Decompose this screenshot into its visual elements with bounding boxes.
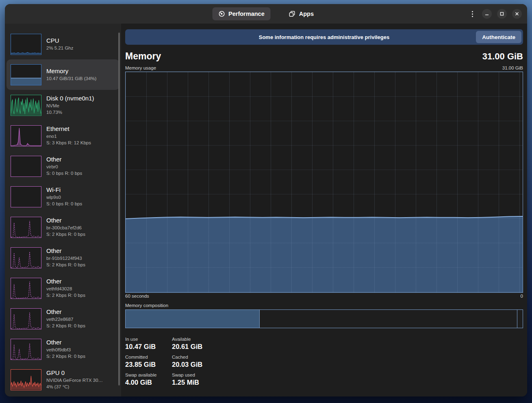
- composition-segment-1: [126, 310, 260, 328]
- sidebar-item-subtitle-2: S: 2 Kbps R: 0 bps: [46, 322, 85, 329]
- sidebar-item-subtitle-1: br-300cba7ef2d6: [46, 224, 85, 231]
- sidebar-item-disk-0-nvme0n1-[interactable]: Disk 0 (nvme0n1) NVMe 10.73%: [5, 90, 121, 120]
- sidebar-item-cpu[interactable]: CPU 2% 5.21 Ghz: [5, 29, 121, 59]
- sidebar-item-subtitle-2: S: 2 Kbps R: 0 bps: [46, 292, 85, 298]
- tab-performance-label: Performance: [228, 11, 265, 17]
- stat-committed: Committed 23.85 GiB: [125, 355, 172, 368]
- sidebar-item-gpu-0[interactable]: GPU 0 NVIDIA GeForce RTX 30… 4% (37 °C): [5, 364, 121, 395]
- sidebar-item-title: Ethernet: [46, 125, 91, 132]
- sidebar-item-subtitle-2: S: 2 Kbps R: 0 bps: [46, 261, 85, 268]
- apps-icon: [289, 11, 295, 17]
- tab-apps[interactable]: Apps: [283, 7, 320, 20]
- x-axis-end-label: 0: [521, 294, 523, 298]
- sidebar-item-subtitle-1: veth22e8687: [46, 316, 85, 322]
- stat-value: 1.25 MiB: [172, 379, 219, 386]
- stat-value: 20.61 GiB: [172, 343, 219, 351]
- memory-composition-bar: [125, 309, 523, 328]
- sidebar-item-title: Memory: [46, 68, 96, 74]
- sidebar-item-sparkline: [11, 308, 41, 329]
- stat-value: 20.03 GiB: [172, 361, 219, 368]
- sidebar-item-other[interactable]: Other vethfd43028 S: 2 Kbps R: 0 bps: [5, 273, 121, 303]
- authenticate-button[interactable]: Authenticate: [476, 31, 521, 43]
- memory-usage-series: [126, 72, 523, 292]
- performance-gauge-icon: [218, 11, 225, 17]
- sidebar-item-subtitle-1: veth0f9dbf3: [46, 346, 85, 353]
- sidebar-item-sparkline: [11, 369, 41, 390]
- sidebar-item-subtitle-2: S: 3 Kbps R: 12 Kbps: [46, 139, 91, 146]
- tab-performance[interactable]: Performance: [212, 7, 271, 20]
- stat-cached: Cached 20.03 GiB: [172, 355, 219, 368]
- main-panel: Some information requires administrative…: [121, 24, 527, 396]
- stat-label: Swap available: [125, 373, 172, 377]
- composition-segment-2: [260, 310, 517, 328]
- close-icon: [515, 12, 519, 16]
- stat-label: Swap used: [172, 373, 219, 377]
- minimize-icon: [485, 12, 489, 16]
- sidebar-item-wi-fi[interactable]: Wi-Fi wlp9s0 S: 0 bps R: 0 bps: [5, 181, 121, 212]
- sidebar-item-sparkline: [11, 278, 41, 299]
- memory-total: 31.00 GiB: [482, 51, 523, 62]
- sidebar-item-title: Other: [46, 308, 85, 315]
- view-switcher: Performance Apps: [212, 7, 320, 20]
- composition-segment-3: [517, 310, 523, 328]
- sidebar-item-subtitle-1: NVIDIA GeForce RTX 30…: [46, 377, 103, 383]
- sidebar-item-subtitle-2: 10.73%: [46, 109, 94, 115]
- stat-swap-used: Swap used 1.25 MiB: [172, 373, 219, 386]
- sidebar-item-title: GPU 0: [46, 369, 103, 376]
- sidebar-item-ethernet[interactable]: Ethernet eno1 S: 3 Kbps R: 12 Kbps: [5, 120, 121, 151]
- sidebar-item-other[interactable]: Other virbr0 S: 0 bps R: 0 bps: [5, 151, 121, 181]
- sidebar-item-subtitle-1: vethfd43028: [46, 285, 85, 292]
- sidebar-item-other[interactable]: Other veth0f9dbf3 S: 2 Kbps R: 0 bps: [5, 334, 121, 364]
- sidebar-item-title: Other: [46, 247, 85, 254]
- sidebar-item-title: Other: [46, 278, 85, 285]
- stat-value: 4.00 GiB: [125, 379, 172, 386]
- sidebar-item-subtitle-1: virbr0: [46, 163, 82, 170]
- usage-chart-max: 31.00 GiB: [502, 65, 523, 70]
- sidebar-item-sparkline: [11, 34, 41, 55]
- menu-kebab-icon[interactable]: [468, 9, 477, 19]
- page-title: Memory: [125, 51, 161, 62]
- sidebar-item-title: Other: [46, 217, 85, 224]
- stat-value: 10.47 GiB: [125, 343, 172, 351]
- usage-chart-label: Memory usage: [125, 65, 156, 70]
- sidebar-scrollbar[interactable]: [118, 33, 120, 386]
- sidebar-item-sparkline: [11, 217, 41, 238]
- close-button[interactable]: [512, 9, 522, 19]
- sidebar-item-other[interactable]: Other veth22e8687 S: 2 Kbps R: 0 bps: [5, 303, 121, 334]
- sidebar-item-subtitle-1: eno1: [46, 133, 91, 139]
- sidebar-item-subtitle-1: NVMe: [46, 102, 94, 109]
- sidebar-item-subtitle-1: 2% 5.21 Ghz: [46, 45, 73, 51]
- memory-stats: In use 10.47 GiB Available 20.61 GiB Com…: [125, 337, 523, 386]
- sidebar-item-subtitle-1: wlp9s0: [46, 194, 82, 200]
- sidebar-item-subtitle-2: S: 2 Kbps R: 0 bps: [46, 231, 85, 237]
- stat-label: Available: [172, 337, 219, 342]
- tab-apps-label: Apps: [299, 11, 314, 17]
- stat-available: Available 20.61 GiB: [172, 337, 219, 351]
- stat-swap-available: Swap available 4.00 GiB: [125, 373, 172, 386]
- sidebar-item-list: CPU 2% 5.21 Ghz Memory 10.47 GiB/31 GiB …: [5, 29, 121, 395]
- sidebar-item-sparkline: [11, 125, 41, 146]
- sidebar-item-title: Other: [46, 156, 82, 163]
- composition-label: Memory composition: [125, 303, 523, 308]
- maximize-icon: [500, 12, 504, 16]
- stat-label: Cached: [172, 355, 219, 359]
- sidebar-item-subtitle-2: S: 0 bps R: 0 bps: [46, 200, 82, 207]
- admin-privileges-banner: Some information requires administrative…: [125, 29, 523, 45]
- stat-value: 23.85 GiB: [125, 361, 172, 368]
- sidebar-item-title: CPU: [46, 37, 73, 44]
- window-controls: [468, 9, 527, 19]
- sidebar-item-sparkline: [11, 156, 41, 177]
- titlebar: Performance Apps: [5, 4, 527, 24]
- minimize-button[interactable]: [482, 9, 492, 19]
- sidebar-item-sparkline: [11, 339, 41, 360]
- sidebar-item-sparkline: [11, 247, 41, 268]
- sidebar-item-memory[interactable]: Memory 10.47 GiB/31 GiB (34%): [7, 59, 119, 90]
- sidebar-item-other[interactable]: Other br-91b91224f943 S: 2 Kbps R: 0 bps: [5, 242, 121, 273]
- stat-in-use: In use 10.47 GiB: [125, 337, 172, 351]
- sidebar-item-other[interactable]: Other br-300cba7ef2d6 S: 2 Kbps R: 0 bps: [5, 212, 121, 242]
- sidebar-item-sparkline: [11, 95, 41, 116]
- sidebar-item-title: Disk 0 (nvme0n1): [46, 95, 94, 102]
- sidebar-item-title: Other: [46, 339, 85, 346]
- banner-message: Some information requires administrative…: [125, 34, 523, 40]
- maximize-button[interactable]: [497, 9, 507, 19]
